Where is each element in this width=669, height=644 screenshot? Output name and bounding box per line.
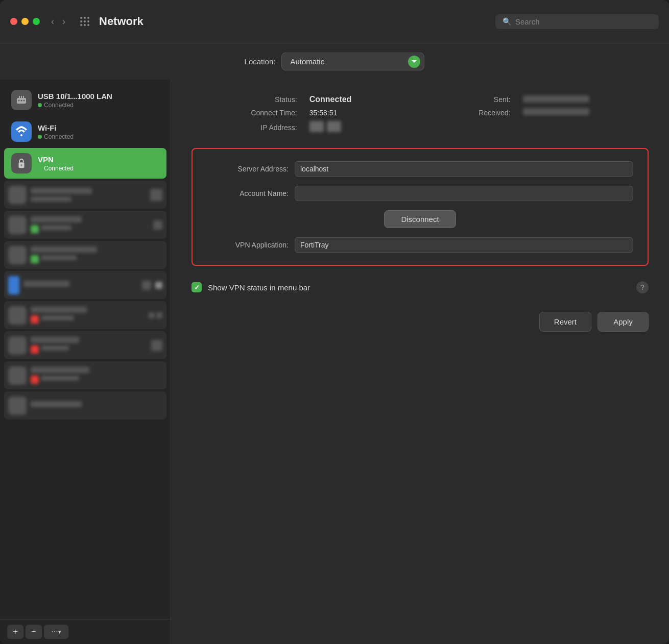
more-button[interactable]: ··· ▾ — [44, 625, 68, 639]
svg-point-7 — [84, 24, 86, 26]
maximize-button[interactable] — [33, 18, 40, 25]
svg-point-3 — [80, 20, 82, 22]
search-bar: 🔍 — [495, 14, 659, 29]
svg-rect-10 — [19, 96, 20, 98]
close-button[interactable] — [10, 18, 17, 25]
disconnect-button[interactable]: Disconnect — [384, 210, 456, 228]
add-button[interactable]: + — [7, 625, 23, 639]
vpn-info: VPN Connected — [38, 155, 159, 172]
sent-value — [523, 95, 649, 104]
wifi-name: Wi-Fi — [38, 123, 159, 132]
connect-time-value: 35:58:51 — [309, 109, 411, 117]
vpn-application-label: VPN Application: — [207, 241, 289, 249]
config-box: Server Address: Account Name: Disconnect… — [192, 148, 649, 266]
vpn-application-row: VPN Application: — [207, 237, 633, 253]
status-label: Status: — [192, 95, 297, 104]
svg-point-0 — [80, 17, 82, 19]
svg-point-4 — [84, 20, 86, 22]
svg-point-14 — [21, 100, 22, 102]
svg-rect-12 — [23, 96, 24, 98]
location-bar: Location: Automatic Home Work Custom — [0, 43, 669, 80]
detail-panel: Status: Connected Sent: Connect Time: 35… — [171, 80, 669, 644]
wifi-info: Wi-Fi Connected — [38, 123, 159, 140]
action-buttons: Revert Apply — [192, 304, 649, 340]
window-controls — [10, 18, 40, 25]
usb-lan-status: Connected — [38, 102, 159, 109]
svg-point-1 — [84, 17, 86, 19]
svg-point-2 — [87, 17, 89, 19]
svg-point-8 — [87, 24, 89, 26]
connect-time-label: Connect Time: — [192, 109, 297, 117]
server-address-label: Server Address: — [207, 165, 289, 173]
received-value — [523, 108, 649, 117]
usb-lan-info: USB 10/1...1000 LAN Connected — [38, 92, 159, 109]
nav-arrows: ‹ › — [48, 14, 68, 29]
sidebar-list: USB 10/1...1000 LAN Connected — [0, 80, 171, 619]
list-item[interactable] — [4, 331, 166, 359]
list-item[interactable] — [4, 241, 166, 269]
page-title: Network — [99, 15, 495, 28]
apply-button[interactable]: Apply — [598, 312, 649, 332]
list-item[interactable] — [4, 391, 166, 419]
ethernet-icon — [11, 90, 32, 110]
svg-point-16 — [20, 134, 22, 136]
account-name-input[interactable] — [295, 186, 633, 201]
svg-point-6 — [80, 24, 82, 26]
list-item[interactable] — [4, 361, 166, 389]
revert-button[interactable]: Revert — [539, 312, 591, 332]
forward-button[interactable]: › — [59, 14, 68, 29]
main-content: USB 10/1...1000 LAN Connected — [0, 80, 669, 644]
ip-address-value — [309, 121, 411, 134]
search-icon: 🔍 — [503, 17, 511, 26]
sidebar-item-vpn[interactable]: VPN Connected — [4, 148, 166, 179]
usb-lan-status-dot — [38, 103, 42, 107]
vpn-name: VPN — [38, 155, 159, 164]
account-name-row: Account Name: — [207, 186, 633, 201]
disconnect-row: Disconnect — [207, 210, 633, 228]
account-name-label: Account Name: — [207, 189, 289, 197]
sidebar-item-wifi[interactable]: Wi-Fi Connected — [4, 116, 166, 147]
grid-icon[interactable] — [77, 13, 93, 30]
show-vpn-label: Show VPN status in menu bar — [208, 283, 630, 292]
list-item[interactable] — [4, 181, 166, 209]
list-item[interactable] — [4, 271, 166, 299]
ip-address-label: IP Address: — [192, 123, 297, 132]
sidebar-toolbar: + − ··· ▾ — [0, 619, 171, 644]
svg-point-5 — [87, 20, 89, 22]
svg-rect-11 — [21, 96, 22, 98]
vpn-icon — [11, 153, 32, 174]
back-button[interactable]: ‹ — [48, 14, 57, 29]
vpn-status: Connected — [38, 165, 159, 172]
help-button[interactable]: ? — [636, 281, 649, 293]
status-value: Connected — [309, 95, 411, 104]
server-address-row: Server Address: — [207, 161, 633, 177]
minimize-button[interactable] — [21, 18, 29, 25]
wifi-icon — [11, 121, 32, 142]
wifi-status-dot — [38, 135, 42, 139]
sidebar-item-usb-lan[interactable]: USB 10/1...1000 LAN Connected — [4, 85, 166, 115]
location-select-wrapper: Automatic Home Work Custom — [281, 53, 424, 70]
usb-lan-name: USB 10/1...1000 LAN — [38, 92, 159, 101]
svg-point-18 — [20, 164, 22, 166]
server-address-input[interactable] — [295, 161, 633, 177]
sidebar: USB 10/1...1000 LAN Connected — [0, 80, 171, 644]
sent-label: Sent: — [419, 95, 511, 104]
main-window: ‹ › Network 🔍 Location: — [0, 0, 669, 644]
svg-point-13 — [18, 100, 20, 102]
svg-point-15 — [23, 100, 25, 102]
remove-button[interactable]: − — [26, 625, 42, 639]
show-vpn-row: Show VPN status in menu bar ? — [192, 281, 649, 293]
vpn-status-dot — [38, 166, 42, 170]
wifi-status: Connected — [38, 133, 159, 140]
search-input[interactable] — [515, 17, 652, 26]
vpn-application-input[interactable] — [295, 237, 633, 253]
list-item[interactable] — [4, 211, 166, 239]
list-item[interactable] — [4, 301, 166, 329]
received-label: Received: — [419, 109, 511, 117]
location-label: Location: — [245, 57, 276, 66]
show-vpn-checkbox[interactable] — [192, 282, 202, 292]
location-select[interactable]: Automatic Home Work Custom — [281, 53, 424, 70]
titlebar: ‹ › Network 🔍 — [0, 0, 669, 43]
